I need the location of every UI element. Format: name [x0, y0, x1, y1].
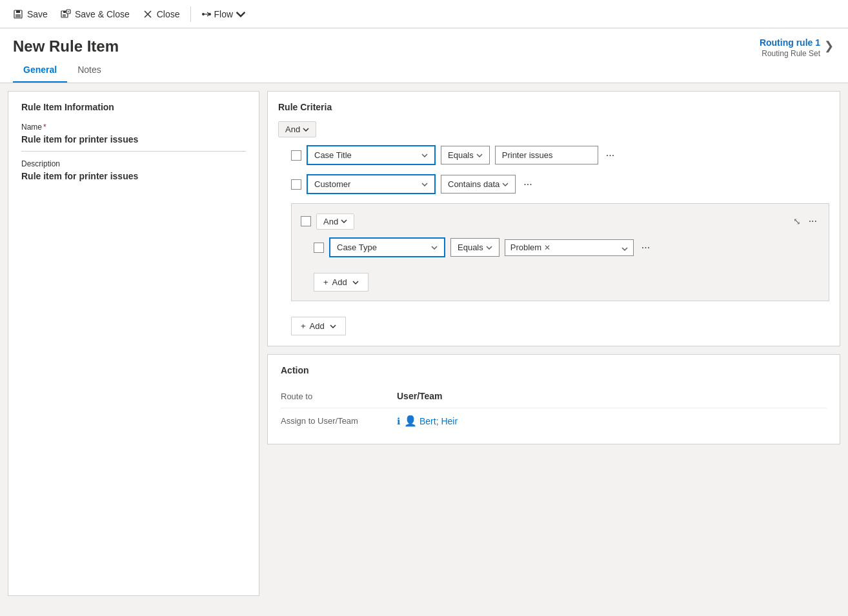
and-chevron-icon [303, 128, 309, 132]
compress-icon[interactable]: ⤡ [793, 216, 801, 226]
rule-criteria-box: Rule Criteria And Case Title Equals [267, 91, 840, 346]
svg-rect-2 [15, 14, 21, 17]
flow-label: Flow [214, 9, 234, 19]
contains-chevron-icon [502, 183, 509, 186]
close-icon [143, 9, 153, 19]
tabs-container: General Notes [0, 58, 848, 83]
required-asterisk: * [43, 123, 46, 132]
customer-field-select[interactable]: Customer [307, 174, 436, 194]
info-icon: ℹ [397, 416, 400, 426]
save-icon [13, 9, 23, 19]
assign-value-container: ℹ 👤 Bert; Heir [397, 415, 458, 427]
nested-row-case-type: Case Type Equals Problem [314, 237, 820, 257]
page-title: New Rule Item [13, 37, 119, 55]
problem-tag: Problem ✕ [510, 243, 550, 252]
case-title-more-button[interactable]: ··· [603, 147, 617, 164]
case-type-value-dropdown[interactable] [621, 243, 628, 253]
assign-row: Assign to User/Team ℹ 👤 Bert; Heir [281, 408, 827, 433]
assign-value-link[interactable]: Bert; Heir [419, 416, 458, 426]
nested-more-button[interactable]: ··· [806, 213, 820, 230]
nested-and-chevron-icon [341, 219, 347, 223]
case-title-operator[interactable]: Equals [441, 146, 490, 164]
save-label: Save [27, 9, 48, 19]
flow-button[interactable]: Flow [196, 6, 252, 22]
value-dropdown-chevron-icon [621, 247, 628, 251]
right-panel: Rule Criteria And Case Title Equals [267, 91, 840, 596]
action-title: Action [281, 365, 827, 375]
tab-general[interactable]: General [13, 58, 67, 83]
equals-chevron-icon [476, 154, 483, 157]
case-type-checkbox[interactable] [314, 243, 324, 253]
toolbar: Save Save & Close Close Flow [0, 0, 848, 28]
rule-criteria-title: Rule Criteria [278, 102, 829, 112]
name-label: Name* [21, 123, 246, 132]
tab-notes[interactable]: Notes [67, 58, 112, 83]
routing-rule-link[interactable]: Routing rule 1 [760, 37, 820, 48]
outer-add-button[interactable]: + Add [291, 317, 346, 335]
left-panel: Rule Item Information Name* Rule item fo… [8, 91, 259, 596]
save-close-icon [61, 9, 71, 19]
case-type-field-select[interactable]: Case Type [329, 237, 445, 257]
case-title-chevron-icon [421, 154, 428, 157]
description-label: Description [21, 159, 246, 168]
svg-rect-4 [63, 11, 66, 13]
save-close-label: Save & Close [75, 9, 130, 19]
nested-group-checkbox[interactable] [301, 216, 311, 226]
nested-and-button[interactable]: And [316, 214, 354, 230]
nested-actions: ⤡ ··· [793, 213, 820, 230]
nested-group-header: And ⤡ ··· [301, 213, 820, 230]
svg-point-10 [202, 13, 205, 15]
close-button[interactable]: Close [137, 6, 185, 22]
assign-label: Assign to User/Team [281, 416, 397, 426]
svg-rect-7 [68, 11, 69, 12]
case-type-equals-chevron-icon [486, 246, 492, 250]
and-button[interactable]: And [278, 121, 316, 137]
flow-chevron-icon [236, 9, 246, 19]
customer-operator[interactable]: Contains data [441, 175, 516, 194]
route-to-label: Route to [281, 392, 397, 401]
customer-chevron-icon [421, 183, 428, 186]
page-header: New Rule Item Routing rule 1 Routing Rul… [0, 28, 848, 58]
route-to-value: User/Team [397, 391, 443, 401]
problem-tag-remove[interactable]: ✕ [544, 243, 550, 252]
name-value: Rule item for printer issues [21, 134, 246, 152]
description-value: Rule item for printer issues [21, 171, 246, 181]
nested-group: And ⤡ ··· Case Type [291, 203, 829, 301]
close-label: Close [157, 9, 180, 19]
main-content: Rule Item Information Name* Rule item fo… [0, 83, 848, 604]
route-to-row: Route to User/Team [281, 384, 827, 408]
outer-add-plus: + [301, 321, 306, 331]
case-title-checkbox[interactable] [291, 150, 301, 161]
action-box: Action Route to User/Team Assign to User… [267, 354, 840, 444]
case-type-value-field: Problem ✕ [505, 239, 634, 256]
panel-title: Rule Item Information [21, 102, 246, 112]
nested-add-plus: + [323, 277, 328, 287]
case-type-chevron-icon [431, 246, 438, 250]
customer-more-button[interactable]: ··· [521, 176, 534, 193]
tabs: General Notes [13, 58, 835, 83]
outer-add-container: + Add [291, 310, 829, 335]
separator [190, 6, 191, 22]
save-close-button[interactable]: Save & Close [56, 6, 135, 22]
flow-icon [201, 9, 212, 19]
routing-rule-sub: Routing Rule Set [760, 49, 820, 58]
svg-rect-1 [16, 10, 20, 13]
case-title-field-select[interactable]: Case Title [307, 145, 436, 165]
save-button[interactable]: Save [8, 6, 53, 22]
nested-add-chevron-icon [352, 281, 359, 284]
header-right: Routing rule 1 Routing Rule Set ❯ [760, 37, 835, 58]
case-type-more-button[interactable]: ··· [639, 239, 652, 256]
nested-add-button[interactable]: + Add [314, 273, 368, 292]
criteria-row-case-title: Case Title Equals Printer issues ··· [291, 145, 829, 165]
criteria-row-customer: Customer Contains data ··· [291, 174, 829, 194]
user-icon: 👤 [404, 415, 417, 427]
case-type-operator[interactable]: Equals [450, 238, 500, 257]
customer-checkbox[interactable] [291, 179, 301, 190]
svg-rect-5 [63, 14, 66, 17]
case-title-value: Printer issues [495, 146, 598, 164]
routing-rule-info: Routing rule 1 Routing Rule Set [760, 37, 820, 58]
outer-add-chevron-icon [330, 324, 336, 328]
panel-collapse-button[interactable]: ❯ [823, 37, 835, 54]
